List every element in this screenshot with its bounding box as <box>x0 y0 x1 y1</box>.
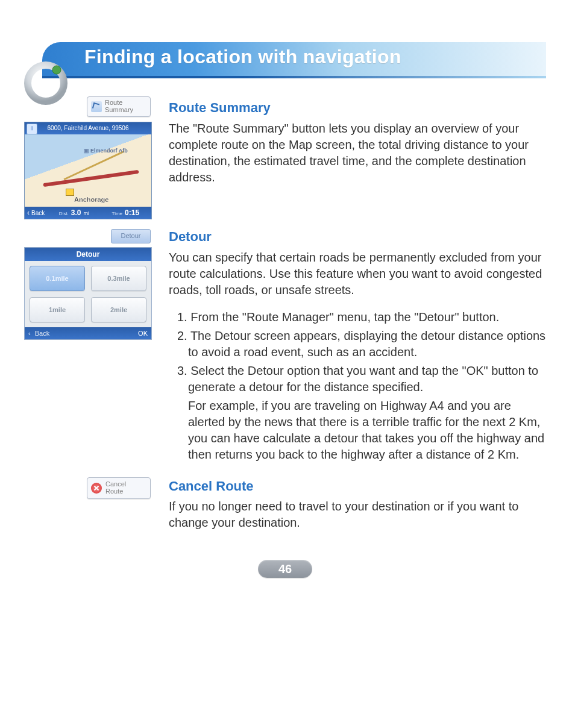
cancel-route-body: If you no longer need to travel to your … <box>169 498 546 531</box>
detour-option-0: 0.1mile <box>30 266 85 291</box>
svg-point-1 <box>52 66 61 74</box>
route-summary-text: Route Summary The "Route Summary" button… <box>169 96 546 219</box>
map-time-value: 0:15 <box>125 209 139 217</box>
detour-button: Detour <box>111 229 151 243</box>
map-distance-unit: mi <box>84 210 90 216</box>
detour-back-label: Back <box>35 330 49 337</box>
header-ring-icon <box>24 61 68 105</box>
route-summary-screenshot: ⦀ 6000, Fairchild Avenue, 99506 − + Elme… <box>24 122 152 219</box>
detour-panel-title: Detour <box>25 248 151 261</box>
map-time: Time 0:15 <box>100 209 151 217</box>
map-distance: Dist. 3.0 mi <box>48 209 99 217</box>
map-address: 6000, Fairchild Avenue, 99506 <box>48 125 129 131</box>
detour-option-2: 1mile <box>30 297 85 322</box>
map-back-label: Back <box>31 210 45 216</box>
map-address-bar: ⦀ 6000, Fairchild Avenue, 99506 − + <box>25 122 151 134</box>
cancel-route-button: Cancel Route <box>87 477 151 499</box>
page-number: 46 <box>258 560 312 578</box>
cancel-route-heading: Cancel Route <box>169 477 546 495</box>
map-distance-label: Dist. <box>59 211 69 216</box>
detour-ok-button: OK <box>138 330 148 337</box>
detour-heading: Detour <box>169 228 546 246</box>
detour-screenshot: Detour 0.1mile 0.3mile 1mile 2mile ‹ Bac… <box>24 247 152 340</box>
route-summary-graphic: Route Summary ⦀ 6000, Fairchild Avenue, … <box>24 96 151 219</box>
section-route-summary: Route Summary ⦀ 6000, Fairchild Avenue, … <box>24 96 546 219</box>
section-cancel-route: Cancel Route Cancel Route If you no long… <box>24 475 546 542</box>
section-detour: Detour Detour 0.1mile 0.3mile 1mile 2mil… <box>24 225 546 463</box>
detour-footer: ‹ Back OK <box>25 327 151 339</box>
map-time-label: Time <box>112 211 122 216</box>
route-summary-body: The "Route Summary" button lets you disp… <box>169 121 546 186</box>
map-distance-value: 3.0 <box>71 209 81 217</box>
cancel-route-button-label: Cancel Route <box>105 481 126 495</box>
chevron-left-icon: ‹ <box>28 330 31 337</box>
map-canvas: Elmendorf Afb Anchorage <box>25 134 151 207</box>
page: Finding a location with navigation Route… <box>0 0 575 602</box>
map-back-button: ‹ Back <box>25 209 48 217</box>
route-summary-icon <box>91 101 102 112</box>
map-flag-icon <box>66 189 74 196</box>
detour-options-grid: 0.1mile 0.3mile 1mile 2mile <box>25 261 151 327</box>
detour-text: Detour You can specify that certain road… <box>169 225 546 463</box>
detour-option-1: 0.3mile <box>91 266 146 291</box>
detour-step-1: 1. From the "Route Manager" menu, tap th… <box>177 309 546 325</box>
route-summary-heading: Route Summary <box>169 99 546 117</box>
cancel-icon <box>91 483 102 494</box>
detour-back-button: ‹ Back <box>28 330 49 337</box>
map-status-bar: ‹ Back Dist. 3.0 mi Time 0:15 <box>25 207 151 219</box>
detour-step-3-example: For example, if you are traveling on Hig… <box>188 398 546 463</box>
cancel-route-graphic: Cancel Route <box>24 475 151 542</box>
chevron-left-icon: ‹ <box>27 209 30 217</box>
detour-graphic: Detour Detour 0.1mile 0.3mile 1mile 2mil… <box>24 225 151 463</box>
detour-step-2: 2. The Detour screen appears, displaying… <box>177 328 546 360</box>
gps-icon: ⦀ <box>27 124 37 134</box>
page-header: Finding a location with navigation <box>24 24 546 78</box>
detour-option-3: 2mile <box>91 297 146 322</box>
map-route-line <box>43 170 139 187</box>
detour-intro: You can specify that certain roads be pe… <box>169 249 546 298</box>
map-label-anchorage: Anchorage <box>74 196 108 203</box>
detour-step-3: 3. Select the Detour option that you wan… <box>177 363 546 395</box>
page-title: Finding a location with navigation <box>84 46 401 68</box>
cancel-route-text: Cancel Route If you no longer need to tr… <box>169 475 546 542</box>
route-summary-button: Route Summary <box>87 96 151 117</box>
map-label-elmendorf: Elmendorf Afb <box>84 148 128 154</box>
route-summary-button-label: Route Summary <box>105 99 133 113</box>
